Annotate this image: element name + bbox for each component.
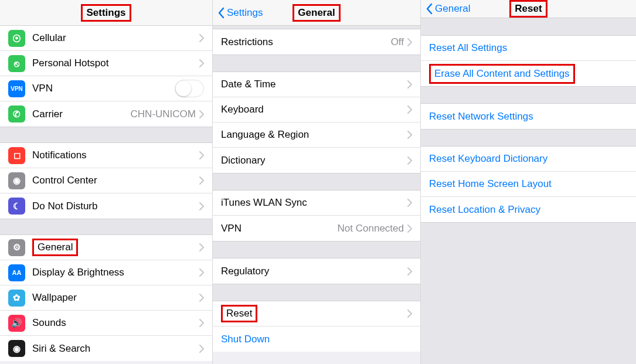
row-erase-all[interactable]: Erase All Content and Settings [421, 61, 636, 86]
row-dictionary[interactable]: Dictionary [213, 148, 420, 173]
reset-panel: General Reset Reset All Settings Erase A… [421, 0, 636, 364]
dictionary-label: Dictionary [221, 155, 407, 166]
back-to-settings-button[interactable]: Settings [217, 7, 263, 19]
row-date-time[interactable]: Date & Time [213, 72, 420, 97]
restrictions-value: Off [391, 36, 404, 48]
chevron-icon [199, 294, 204, 302]
reset-title: Reset [515, 3, 542, 14]
highlight-erase-all: Erase All Content and Settings [429, 64, 575, 84]
row-siri[interactable]: ◉ Siri & Search [0, 336, 212, 361]
row-vpn[interactable]: VPN VPN [0, 76, 212, 101]
chevron-icon [407, 309, 412, 318]
notifications-label: Notifications [32, 149, 199, 161]
cellular-label: Cellular [32, 32, 199, 44]
reset-list: Reset All Settings Erase All Content and… [421, 18, 636, 364]
general-title: General [298, 7, 335, 18]
reset-all-label: Reset All Settings [429, 42, 507, 54]
chevron-icon [199, 59, 204, 67]
row-language-region[interactable]: Language & Region [213, 123, 420, 148]
row-reset-keyboard[interactable]: Reset Keyboard Dictionary [421, 147, 636, 172]
row-itunes[interactable]: iTunes WLAN Sync [213, 190, 420, 216]
chevron-icon [407, 80, 412, 89]
back-chevron-icon [217, 7, 225, 19]
settings-title: Settings [86, 7, 125, 18]
group-gap [213, 241, 420, 258]
row-reset-home[interactable]: Reset Home Screen Layout [421, 172, 636, 197]
row-control-center[interactable]: ◉ Control Center [0, 168, 212, 193]
chevron-icon [407, 199, 412, 207]
control-center-icon: ◉ [8, 172, 25, 189]
sounds-label: Sounds [32, 317, 199, 329]
row-dnd[interactable]: ☾ Do Not Disturb [0, 193, 212, 219]
itunes-label: iTunes WLAN Sync [221, 197, 407, 209]
dnd-label: Do Not Disturb [32, 200, 199, 212]
row-carrier[interactable]: ✆ Carrier CHN-UNICOM [0, 101, 212, 127]
chevron-icon [407, 224, 412, 233]
vpn-toggle[interactable] [175, 80, 204, 97]
carrier-label: Carrier [32, 108, 131, 120]
group-gap [213, 173, 420, 190]
reset-network-label: Reset Network Settings [429, 111, 533, 123]
row-hotspot[interactable]: ⎋ Personal Hotspot [0, 51, 212, 76]
vpn-label: VPN [32, 83, 175, 94]
header-highlight-reset: Reset [509, 0, 547, 18]
row-notifications[interactable]: ◻ Notifications [0, 143, 212, 168]
general-label: General [32, 239, 199, 256]
chevron-icon [199, 151, 204, 159]
wallpaper-label: Wallpaper [32, 292, 199, 304]
chevron-icon [199, 319, 204, 327]
row-general[interactable]: ⚙ General [0, 235, 212, 260]
row-wallpaper[interactable]: ✿ Wallpaper [0, 285, 212, 311]
hotspot-icon: ⎋ [8, 55, 25, 72]
reset-location-label: Reset Location & Privacy [429, 204, 540, 216]
back-chevron-icon [426, 3, 433, 15]
general-list: Restrictions Off Date & Time Keyboard La… [213, 26, 420, 352]
row-display[interactable]: AA Display & Brightness [0, 260, 212, 285]
chevron-icon [407, 131, 412, 139]
dnd-icon: ☾ [8, 198, 25, 215]
settings-header: Settings [0, 0, 212, 26]
language-region-label: Language & Region [221, 129, 407, 141]
reset-home-label: Reset Home Screen Layout [429, 178, 552, 190]
row-restrictions[interactable]: Restrictions Off [213, 29, 420, 55]
carrier-value: CHN-UNICOM [131, 108, 196, 120]
group-gap [421, 86, 636, 104]
chevron-icon [199, 110, 204, 118]
cellular-icon: ⦿ [8, 30, 25, 47]
row-reset-all-settings[interactable]: Reset All Settings [421, 36, 636, 61]
vpn-icon: VPN [8, 80, 25, 97]
row-sounds[interactable]: 🔊 Sounds [0, 311, 212, 336]
chevron-icon [199, 243, 204, 251]
row-keyboard[interactable]: Keyboard [213, 97, 420, 123]
chevron-icon [407, 157, 412, 165]
keyboard-label: Keyboard [221, 104, 407, 115]
chevron-icon [407, 106, 412, 114]
general-header: Settings General [213, 0, 420, 26]
shutdown-label: Shut Down [221, 334, 270, 345]
row-shutdown[interactable]: Shut Down [213, 326, 420, 352]
group-gap [213, 55, 420, 72]
sounds-icon: 🔊 [8, 315, 25, 332]
row-cellular[interactable]: ⦿ Cellular [0, 26, 212, 51]
chevron-icon [199, 345, 204, 353]
control-center-label: Control Center [32, 175, 199, 186]
row-reset-network[interactable]: Reset Network Settings [421, 104, 636, 129]
restrictions-label: Restrictions [221, 36, 391, 48]
chevron-icon [199, 34, 204, 42]
chevron-icon [407, 267, 412, 275]
group-gap [421, 222, 636, 364]
back-to-general-button[interactable]: General [426, 3, 470, 15]
row-reset[interactable]: Reset [213, 301, 420, 326]
date-time-label: Date & Time [221, 79, 407, 90]
highlight-reset: Reset [221, 305, 257, 322]
display-icon: AA [8, 264, 25, 281]
row-regulatory[interactable]: Regulatory [213, 258, 420, 284]
reset-label: Reset [221, 305, 407, 322]
display-label: Display & Brightness [32, 267, 199, 278]
settings-panel: Settings ⦿ Cellular ⎋ Personal Hotspot V… [0, 0, 213, 364]
back-label: General [435, 3, 470, 15]
row-reset-location[interactable]: Reset Location & Privacy [421, 197, 636, 222]
row-vpn-general[interactable]: VPN Not Connected [213, 216, 420, 241]
erase-all-label: Erase All Content and Settings [434, 68, 570, 79]
back-label: Settings [227, 7, 263, 19]
